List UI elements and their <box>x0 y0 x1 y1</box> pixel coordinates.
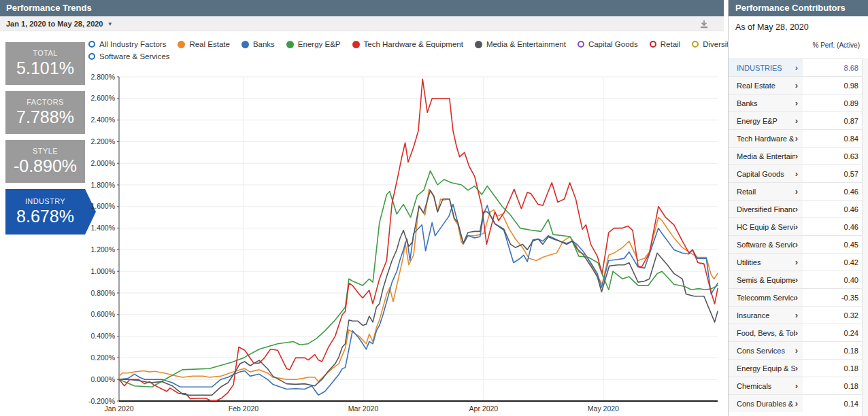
scrollbar[interactable] <box>862 58 868 416</box>
column-header-perf-active: % Perf. (Active) <box>729 37 868 53</box>
row-value: 0.46 <box>803 218 868 235</box>
row-value: 0.98 <box>803 77 868 94</box>
chevron-down-icon[interactable]: ▾ <box>108 20 112 27</box>
y-tick-label: 1.200% <box>90 245 115 254</box>
table-row-retail[interactable]: Retail›0.46 <box>729 182 868 200</box>
summary-row-industries[interactable]: INDUSTRIES›8.68 <box>729 58 868 76</box>
table-row-cons-durables-a[interactable]: Cons Durables & A...›0.14 <box>729 394 868 412</box>
chevron-right-icon[interactable]: › <box>795 222 803 231</box>
chevron-right-icon[interactable]: › <box>795 293 803 302</box>
table-row-diversified-financi[interactable]: Diversified Financi...›0.46 <box>729 200 868 218</box>
legend-item-media-entertainment[interactable]: Media & Entertainment <box>475 40 566 48</box>
chevron-right-icon[interactable]: › <box>795 116 803 125</box>
chevron-right-icon[interactable]: › <box>795 169 803 178</box>
chevron-right-icon[interactable]: › <box>795 328 803 337</box>
chevron-right-icon[interactable]: › <box>795 346 803 355</box>
legend-swatch-icon <box>88 41 95 48</box>
legend-swatch-icon <box>475 41 482 48</box>
legend-item-all-industry-factors[interactable]: All Industry Factors <box>88 40 166 48</box>
chevron-right-icon[interactable]: › <box>795 187 803 196</box>
legend-swatch-icon <box>286 41 294 48</box>
chevron-right-icon[interactable]: › <box>795 81 803 90</box>
badge-industry[interactable]: INDUSTRY8.678% <box>5 189 96 235</box>
legend-item-tech-hardware-equipment[interactable]: Tech Hardware & Equipment <box>352 40 463 48</box>
table-row-software-services[interactable]: Software & Services›0.45 <box>729 235 868 253</box>
y-tick-label: 0.800% <box>90 289 115 297</box>
row-value: 8.68 <box>803 59 868 76</box>
badge-factors[interactable]: FACTORS7.788% <box>5 91 85 134</box>
row-name-cell: Capital Goods› <box>729 165 803 182</box>
x-tick-label: Mar 2020 <box>348 404 379 413</box>
y-tick-label: 1.000% <box>90 267 115 275</box>
table-row-capital-goods[interactable]: Capital Goods›0.57 <box>729 164 868 182</box>
row-value: 0.46 <box>803 183 868 200</box>
row-name-cell: Banks› <box>729 94 803 111</box>
chevron-right-icon[interactable]: › <box>795 258 803 266</box>
y-tick-label: 2.400% <box>90 116 115 124</box>
row-value: 0.45 <box>803 236 868 253</box>
table-row-real-estate[interactable]: Real Estate›0.98 <box>729 76 868 94</box>
y-tick-label: 0.000% <box>90 375 115 383</box>
y-tick-label: 1.800% <box>90 181 115 189</box>
y-tick-label: 1.400% <box>90 224 115 232</box>
download-icon[interactable] <box>699 19 709 31</box>
row-label: Energy E&P <box>737 117 778 125</box>
chevron-right-icon[interactable]: › <box>795 364 803 372</box>
table-row-banks[interactable]: Banks›0.89 <box>729 94 868 111</box>
chart-area: TOTAL5.101%FACTORS7.788%STYLE-0.890%INDU… <box>0 31 724 416</box>
row-label: Banks <box>737 99 758 107</box>
table-row-chemicals[interactable]: Chemicals›0.18 <box>729 377 868 394</box>
table-row-media-entertain[interactable]: Media & Entertain...›0.63 <box>729 147 868 164</box>
table-row-energy-e-p[interactable]: Energy E&P›0.87 <box>729 111 868 129</box>
table-row-tech-hardware[interactable]: Tech Hardware & ...›0.84 <box>729 129 868 147</box>
legend-item-banks[interactable]: Banks <box>241 40 275 48</box>
chevron-right-icon[interactable]: › <box>795 311 803 319</box>
badge-value: 5.101% <box>16 58 74 78</box>
table-row-semis-equipment[interactable]: Semis & Equipment›0.40 <box>729 271 868 288</box>
row-name-cell: Energy Equip & Se...› <box>729 360 803 377</box>
row-label: Food, Bevs, & Tob... <box>737 329 795 337</box>
badge-style[interactable]: STYLE-0.890% <box>5 140 85 183</box>
table-row-utilities[interactable]: Utilities›0.42 <box>729 253 868 271</box>
row-value: 0.18 <box>803 342 868 359</box>
chevron-right-icon[interactable]: › <box>795 381 803 390</box>
legend-item-energy-e-p[interactable]: Energy E&P <box>286 40 341 48</box>
row-name-cell: Cons Services› <box>729 342 803 359</box>
date-range-selector[interactable]: Jan 1, 2020 to May 28, 2020 <box>6 20 103 28</box>
table-row-food-bevs-tob[interactable]: Food, Bevs, & Tob...›0.24 <box>729 324 868 341</box>
chevron-right-icon[interactable]: › <box>795 399 803 408</box>
chevron-right-icon[interactable]: › <box>795 134 803 143</box>
legend-item-retail[interactable]: Retail <box>650 40 680 48</box>
table-row-hc-equip-services[interactable]: HC Equip & Services›0.46 <box>729 218 868 235</box>
contributors-table: INDUSTRIES›8.68Real Estate›0.98Banks›0.8… <box>729 58 868 412</box>
row-value: 0.18 <box>803 360 868 377</box>
table-row-telecomm-services[interactable]: Telecomm Services›-0.35 <box>729 288 868 306</box>
row-name-cell: Retail› <box>729 183 803 200</box>
chevron-right-icon[interactable]: › <box>795 275 803 284</box>
summary-badges: TOTAL5.101%FACTORS7.788%STYLE-0.890%INDU… <box>5 42 96 235</box>
row-value: 0.24 <box>803 324 868 341</box>
chevron-right-icon[interactable]: › <box>795 205 803 213</box>
badge-total[interactable]: TOTAL5.101% <box>5 42 85 85</box>
legend-item-software-services[interactable]: Software & Services <box>88 52 170 60</box>
y-tick-label: 0.400% <box>90 332 115 340</box>
chevron-right-icon[interactable]: › <box>795 99 803 107</box>
row-label: Real Estate <box>737 82 775 90</box>
legend-swatch-icon <box>178 41 185 48</box>
table-row-energy-equip-se[interactable]: Energy Equip & Se...›0.18 <box>729 359 868 377</box>
chevron-right-icon[interactable]: › <box>795 152 803 160</box>
badge-value: 8.678% <box>16 207 74 226</box>
legend-item-capital-goods[interactable]: Capital Goods <box>578 40 638 48</box>
row-label: HC Equip & Services <box>737 223 795 231</box>
chevron-right-icon[interactable]: › <box>795 240 803 249</box>
performance-contributors-header: Performance Contributors <box>729 0 868 16</box>
legend-label: Banks <box>253 40 275 48</box>
table-row-insurance[interactable]: Insurance›0.32 <box>729 306 868 324</box>
chevron-right-icon[interactable]: › <box>795 63 803 72</box>
badge-label: TOTAL <box>33 49 57 57</box>
legend-item-real-estate[interactable]: Real Estate <box>178 40 229 48</box>
series-real-estate-line <box>119 189 718 381</box>
table-row-cons-services[interactable]: Cons Services›0.18 <box>729 341 868 359</box>
row-name-cell: Insurance› <box>729 307 803 324</box>
row-value: -0.35 <box>803 289 868 306</box>
